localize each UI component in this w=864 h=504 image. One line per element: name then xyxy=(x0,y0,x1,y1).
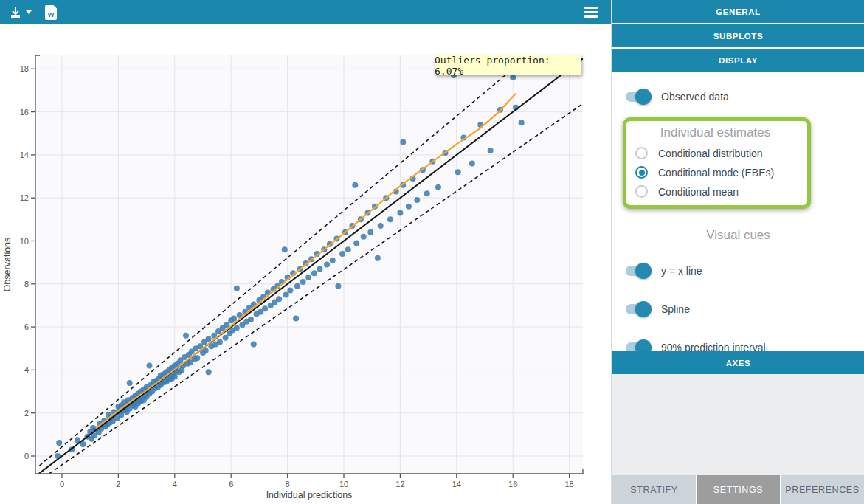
scatter-chart[interactable]: 002244668810101212141416161818Individual… xyxy=(0,24,611,504)
tooltip-text: Outliers proportion: 6.07% xyxy=(435,55,581,77)
yx-line-row: y = x line xyxy=(612,260,864,281)
radio-label: Conditional distribution xyxy=(658,148,763,159)
radio-circle[interactable] xyxy=(635,185,648,198)
svg-text:16: 16 xyxy=(508,480,517,489)
radio-conditional-distribution[interactable]: Conditional distribution xyxy=(626,147,807,159)
svg-text:16: 16 xyxy=(20,108,29,117)
export-word-button[interactable]: w xyxy=(45,5,57,20)
word-letter: w xyxy=(48,10,55,18)
svg-text:12: 12 xyxy=(20,193,29,202)
plot-panel: w 002244668810101212141416161818Individu… xyxy=(0,0,611,504)
radio-circle-selected[interactable] xyxy=(635,166,648,179)
svg-text:Individual predictions: Individual predictions xyxy=(266,490,353,500)
download-icon xyxy=(9,6,22,19)
radio-label: Conditional mean xyxy=(658,186,739,198)
svg-text:8: 8 xyxy=(286,480,290,489)
svg-text:18: 18 xyxy=(564,480,573,489)
svg-text:0: 0 xyxy=(24,452,29,460)
visual-cues-title: Visual cues xyxy=(612,228,864,243)
download-button[interactable] xyxy=(9,6,32,19)
tab-preferences[interactable]: PREFERENCES xyxy=(781,475,864,504)
plot-toolbar: w xyxy=(0,0,611,24)
tab-stratify[interactable]: STRATIFY xyxy=(612,475,696,504)
svg-text:18: 18 xyxy=(20,64,29,73)
svg-text:4: 4 xyxy=(24,365,29,374)
display-section-content: Observed data Individual estimates Condi… xyxy=(612,86,864,358)
axes-section-button[interactable]: AXES xyxy=(612,351,864,374)
svg-text:4: 4 xyxy=(173,480,177,489)
chart-svg: 002244668810101212141416161818Individual… xyxy=(0,24,611,504)
application-window: w 002244668810101212141416161818Individu… xyxy=(0,0,864,504)
radio-conditional-mode[interactable]: Conditional mode (EBEs) xyxy=(626,166,807,179)
svg-text:14: 14 xyxy=(452,480,461,489)
yx-line-toggle[interactable] xyxy=(626,266,649,276)
yx-line-label: y = x line xyxy=(661,265,702,277)
tab-settings[interactable]: SETTINGS xyxy=(697,475,780,504)
word-file-icon: w xyxy=(45,5,57,20)
sidebar-bottom-tabs: STRATIFY SETTINGS PREFERENCES xyxy=(612,475,864,504)
svg-text:6: 6 xyxy=(229,480,233,489)
download-caret-icon xyxy=(26,10,32,14)
svg-text:8: 8 xyxy=(24,280,29,289)
spline-row: Spline xyxy=(612,299,864,320)
svg-text:Observations: Observations xyxy=(2,238,13,292)
individual-estimates-title: Individual estimates xyxy=(626,125,807,140)
observed-data-toggle[interactable] xyxy=(626,92,649,102)
sidebar-filler xyxy=(612,374,864,475)
general-section-button[interactable]: GENERAL xyxy=(612,0,864,23)
radio-label: Conditional mode (EBEs) xyxy=(658,167,774,179)
display-section-button[interactable]: DISPLAY xyxy=(612,49,864,72)
radio-circle[interactable] xyxy=(635,147,648,159)
svg-text:10: 10 xyxy=(20,237,29,246)
radio-conditional-mean[interactable]: Conditional mean xyxy=(626,185,807,198)
spline-toggle[interactable] xyxy=(626,304,649,314)
svg-text:10: 10 xyxy=(339,480,348,489)
spline-label: Spline xyxy=(661,303,690,315)
svg-text:12: 12 xyxy=(395,480,404,489)
svg-text:6: 6 xyxy=(24,322,29,331)
individual-estimates-highlight-box: Individual estimates Conditional distrib… xyxy=(623,117,811,209)
menu-button[interactable] xyxy=(584,7,598,18)
subplots-section-button[interactable]: SUBPLOTS xyxy=(612,24,864,47)
outliers-tooltip: Outliers proportion: 6.07% xyxy=(435,55,581,75)
observed-data-label: Observed data xyxy=(661,91,729,103)
svg-text:2: 2 xyxy=(24,409,29,418)
svg-text:0: 0 xyxy=(60,480,64,489)
hamburger-icon xyxy=(584,7,598,9)
svg-text:14: 14 xyxy=(20,151,29,159)
observed-data-row: Observed data xyxy=(612,86,864,107)
svg-text:2: 2 xyxy=(116,480,120,489)
